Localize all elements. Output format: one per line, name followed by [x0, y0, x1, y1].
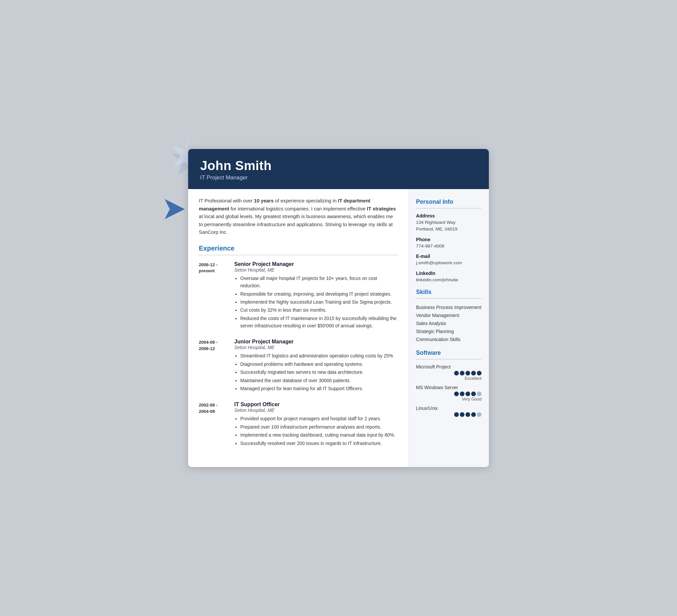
bullet-item: Prepared over 100 infrastructure perform…: [240, 423, 398, 431]
skill-item: Communication Skills: [416, 335, 482, 343]
svg-marker-2: [165, 199, 185, 219]
resume-main: IT Professional with over 10 years of ex…: [188, 189, 409, 467]
exp-entry-2: 2004-09 -2006-12 Junior Project Manager …: [199, 339, 398, 393]
email-label: E-mail: [416, 253, 482, 259]
software-dots: [416, 371, 482, 376]
software-item-ms-project: Microsoft Project Excellent: [416, 364, 482, 381]
address-block: Address 134 Rightward WayPortland, ME, 0…: [416, 213, 482, 233]
software-heading: Software: [416, 349, 482, 357]
bullet-item: Successfully resolved over 200 issues in…: [240, 440, 398, 447]
exp-title-3: IT Support Officer: [234, 401, 398, 408]
experience-divider: [199, 255, 398, 255]
exp-bullets-2: Streamlined IT logistics and administrat…: [234, 352, 398, 392]
address-label: Address: [416, 213, 482, 219]
dot-empty: [477, 391, 482, 396]
bullet-item: Managed project for lean training for al…: [240, 385, 398, 392]
exp-date-2: 2004-09 -2006-12: [199, 339, 229, 393]
software-dots: [416, 391, 482, 396]
bullet-item: Cut costs by 32% in less than six months…: [240, 306, 398, 314]
dot-filled: [460, 391, 464, 396]
exp-date-1: 2006-12 -present: [199, 261, 229, 330]
skill-item: Sales Analysis: [416, 319, 482, 327]
bullet-item: Implemented the highly successful Lean T…: [240, 298, 398, 306]
experience-heading: Experience: [199, 244, 398, 252]
dot-filled: [465, 412, 470, 417]
dot-filled: [460, 371, 464, 376]
software-name: Linux/Unix: [416, 406, 482, 411]
exp-date-3: 2002-08 -2004-09: [199, 401, 229, 447]
summary-text: IT Professional with over 10 years of ex…: [199, 197, 398, 237]
email-block: E-mail j.smith@uptowork.com: [416, 253, 482, 266]
resume-body: IT Professional with over 10 years of ex…: [188, 189, 489, 467]
bullet-item: Maintained the user database of over 300…: [240, 377, 398, 384]
candidate-title: IT Project Manager: [200, 174, 477, 181]
dot-filled: [465, 391, 470, 396]
exp-entry-1: 2006-12 -present Senior Project Manager …: [199, 261, 398, 330]
dot-empty: [477, 412, 482, 417]
skills-heading: Skills: [416, 289, 482, 296]
phone-block: Phone 774-987-4009: [416, 237, 482, 249]
software-rating-label: Excellent: [416, 376, 482, 381]
linkedin-value: linkedin.com/johnutw: [416, 277, 482, 283]
linkedin-block: LinkedIn linkedin.com/johnutw: [416, 271, 482, 283]
dot-filled: [471, 391, 476, 396]
linkedin-label: LinkedIn: [416, 271, 482, 276]
email-value: j.smith@uptowork.com: [416, 259, 482, 266]
software-rating-label: Very Good: [416, 397, 482, 401]
bullet-item: Responsible for creating, improving, and…: [240, 290, 398, 298]
dot-filled: [471, 371, 476, 376]
exp-bullets-1: Oversaw all major hospital IT projects f…: [234, 275, 398, 330]
dot-filled: [454, 391, 459, 396]
exp-content-2: Junior Project Manager Seton Hospital, M…: [234, 339, 398, 393]
bullet-item: Reduced the costs of IT maintenance in 2…: [240, 315, 398, 330]
deco-arrow: [165, 199, 185, 219]
exp-content-1: Senior Project Manager Seton Hospital, M…: [234, 261, 398, 330]
software-dots: [416, 412, 482, 417]
personal-info-heading: Personal Info: [416, 198, 482, 205]
exp-bullets-3: Provided support for project managers an…: [234, 415, 398, 447]
dot-filled: [454, 371, 459, 376]
skills-divider: [416, 298, 482, 299]
software-item-linux: Linux/Unix: [416, 406, 482, 417]
dot-filled: [471, 412, 476, 417]
software-divider: [416, 359, 482, 360]
candidate-name: John Smith: [200, 158, 477, 173]
bullet-item: Diagnosed problems with hardware and ope…: [240, 361, 398, 368]
phone-label: Phone: [416, 237, 482, 242]
bullet-item: Provided support for project managers an…: [240, 415, 398, 422]
resume-sidebar: Personal Info Address 134 Rightward WayP…: [409, 189, 489, 467]
address-value: 134 Rightward WayPortland, ME, 04019: [416, 219, 482, 233]
exp-company-1: Seton Hospital, ME: [234, 267, 398, 273]
skill-item: Business Process Improvement: [416, 303, 482, 311]
skill-item: Vendor Management: [416, 311, 482, 319]
exp-company-3: Seton Hospital, ME: [234, 408, 398, 413]
personal-info-divider: [416, 208, 482, 208]
exp-entry-3: 2002-08 -2004-09 IT Support Officer Seto…: [199, 401, 398, 447]
bullet-item: Oversaw all major hospital IT projects f…: [240, 275, 398, 290]
dot-filled: [477, 371, 482, 376]
resume-header: John Smith IT Project Manager: [188, 149, 489, 189]
software-name: MS Windows Server: [416, 385, 482, 390]
dot-filled: [465, 371, 470, 376]
dot-filled: [460, 412, 464, 417]
skill-item: Strategic Planning: [416, 327, 482, 335]
resume-card: John Smith IT Project Manager IT Profess…: [188, 149, 489, 467]
exp-company-2: Seton Hospital, ME: [234, 345, 398, 350]
exp-content-3: IT Support Officer Seton Hospital, ME Pr…: [234, 401, 398, 447]
page-wrapper: John Smith IT Project Manager IT Profess…: [188, 149, 489, 467]
bullet-item: Streamlined IT logistics and administrat…: [240, 352, 398, 360]
software-name: Microsoft Project: [416, 364, 482, 370]
bullet-item: Successfully migrated two servers to new…: [240, 369, 398, 376]
phone-value: 774-987-4009: [416, 243, 482, 249]
dot-filled: [454, 412, 459, 417]
software-item-ms-windows: MS Windows Server Very Good: [416, 385, 482, 401]
exp-title-1: Senior Project Manager: [234, 261, 398, 267]
exp-title-2: Junior Project Manager: [234, 339, 398, 345]
bullet-item: Implemented a new tracking dashboard, cu…: [240, 431, 398, 439]
